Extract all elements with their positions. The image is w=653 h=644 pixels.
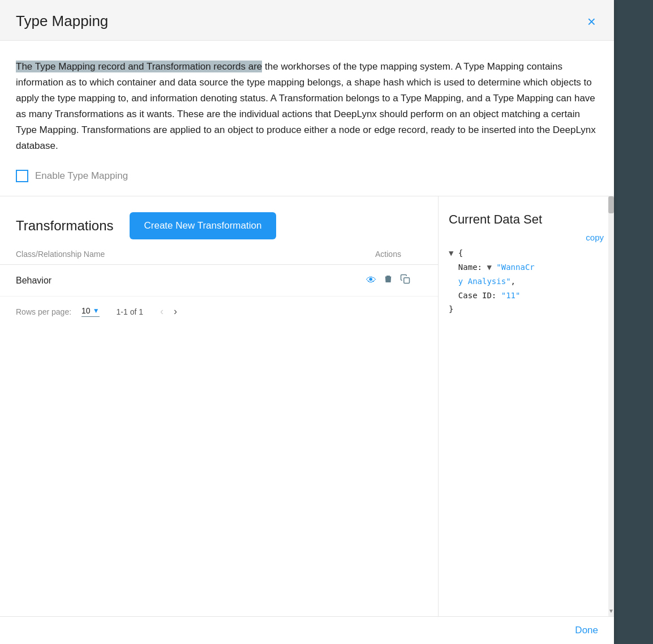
transformations-panel: Transformations Create New Transformatio… [0, 196, 439, 616]
transformations-table: Class/Relationship Name Actions Behavior… [0, 239, 438, 616]
dataset-json-content: ▼ { Name: ▼ "WannaCr y Analysis", Case I… [439, 247, 614, 616]
modal-title: Type Mapping [16, 12, 108, 30]
svg-rect-2 [404, 278, 410, 284]
description-section: The Type Mapping record and Transformati… [0, 41, 614, 196]
dataset-copy-link[interactable]: copy [586, 233, 604, 242]
rows-dropdown-arrow-icon: ▼ [93, 307, 100, 315]
col-name-header: Class/Relationship Name [16, 250, 354, 259]
close-button[interactable]: × [585, 14, 598, 29]
copy-row-icon[interactable] [400, 274, 410, 287]
pagination-row: Rows per page: 10 ▼ 1-1 of 1 ‹ › [0, 297, 438, 327]
next-page-button[interactable]: › [174, 306, 177, 317]
json-brace-open: ▼ { Name: ▼ "WannaCr y Analysis", Case I… [449, 248, 535, 314]
dataset-scrollbar[interactable]: ▼ [608, 196, 614, 616]
dataset-title: Current Data Set [439, 196, 614, 227]
modal-footer: Done [0, 616, 614, 644]
row-actions: 👁 [354, 274, 422, 287]
view-icon[interactable]: 👁 [366, 274, 376, 286]
table-row: Behavior 👁 [0, 265, 438, 297]
rows-per-page-value: 10 [81, 306, 91, 315]
col-actions-header: Actions [354, 250, 422, 259]
rows-per-page-label: Rows per page: [16, 307, 71, 316]
transformations-title: Transformations [16, 218, 114, 234]
sidebar-strip [614, 0, 653, 644]
modal-body: The Type Mapping record and Transformati… [0, 41, 614, 616]
enable-type-mapping-checkbox[interactable] [16, 170, 28, 182]
scrollbar-thumb [608, 196, 614, 213]
row-class-name: Behavior [16, 276, 354, 286]
table-header-row: Class/Relationship Name Actions [0, 239, 438, 265]
description-highlight: The Type Mapping record and Transformati… [16, 61, 262, 72]
create-transformation-button[interactable]: Create New Transformation [130, 212, 277, 239]
rows-per-page-select[interactable]: 10 ▼ [81, 306, 99, 317]
enable-row: Enable Type Mapping [16, 170, 598, 182]
description-text: The Type Mapping record and Transformati… [16, 59, 598, 154]
delete-icon[interactable] [383, 274, 393, 287]
current-dataset-panel: Current Data Set copy ▼ { Name: ▼ "Wanna… [439, 196, 614, 616]
modal-header: Type Mapping × [0, 0, 614, 41]
scrollbar-down-arrow-icon[interactable]: ▼ [608, 605, 614, 616]
done-button[interactable]: Done [575, 625, 598, 636]
dataset-copy-row: copy [439, 227, 614, 247]
lower-section: Transformations Create New Transformatio… [0, 196, 614, 616]
transformations-header: Transformations Create New Transformatio… [0, 196, 438, 239]
description-rest: the workhorses of the type mapping syste… [16, 61, 596, 151]
page-info: 1-1 of 1 [117, 307, 143, 316]
enable-type-mapping-label: Enable Type Mapping [35, 170, 128, 182]
prev-page-button[interactable]: ‹ [160, 306, 164, 317]
